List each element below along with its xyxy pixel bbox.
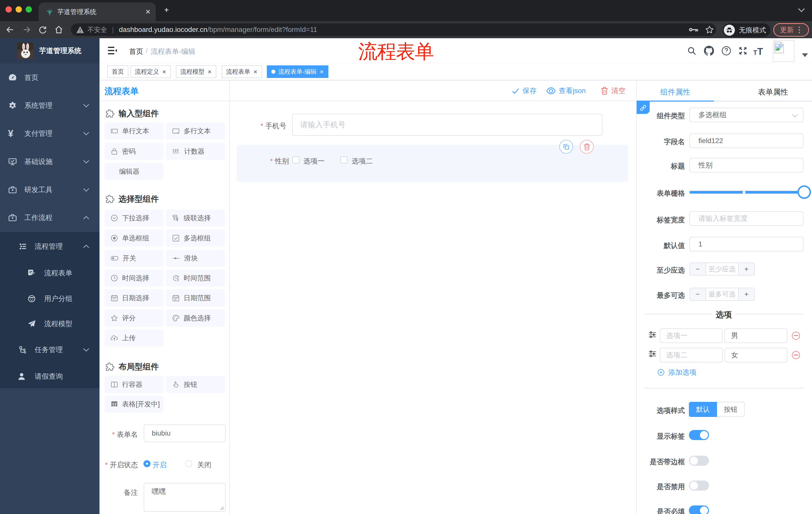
svg-text:123: 123	[172, 148, 179, 153]
